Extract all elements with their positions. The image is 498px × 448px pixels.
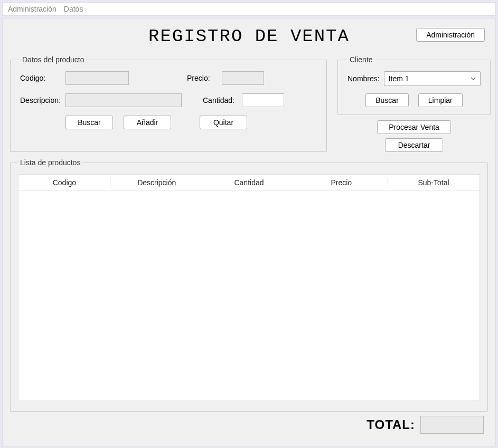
producto-group: Datos del producto Codigo: Precio: Descr…: [10, 55, 327, 152]
cantidad-label: Cantidad:: [203, 96, 239, 104]
administracion-button[interactable]: Administración: [416, 28, 485, 42]
buscar-producto-button[interactable]: Buscar: [65, 116, 113, 129]
lista-legend: Lista de productos: [18, 158, 82, 167]
procesar-venta-button[interactable]: Procesar Venta: [377, 120, 451, 134]
nombres-select[interactable]: Item 1: [384, 71, 481, 86]
cantidad-input[interactable]: [242, 93, 284, 107]
header-row: REGISTRO DE VENTA Administración: [10, 24, 488, 49]
col-precio[interactable]: Precio: [295, 178, 388, 187]
menubar: Administración Datos: [2, 2, 496, 16]
total-row: TOTAL:: [10, 416, 488, 434]
descripcion-label: Descripcion:: [20, 96, 62, 104]
nombres-selected-text: Item 1: [389, 74, 471, 83]
right-actions: Procesar Venta Descartar: [337, 120, 491, 152]
col-cantidad[interactable]: Cantidad: [203, 178, 296, 187]
cliente-group: Cliente Nombres: Item 1 Buscar Limpiar: [337, 55, 491, 115]
anadir-button[interactable]: Añadir: [124, 116, 171, 129]
main-panel: REGISTRO DE VENTA Administración Datos d…: [2, 18, 496, 446]
total-input: [420, 416, 484, 434]
quitar-button[interactable]: Quitar: [200, 116, 247, 129]
col-descripcion[interactable]: Descripción: [111, 178, 203, 187]
precio-label: Precio:: [187, 74, 219, 82]
col-subtotal[interactable]: Sub-Total: [388, 178, 480, 187]
page-title: REGISTRO DE VENTA: [148, 26, 350, 46]
codigo-label: Codigo:: [20, 74, 62, 82]
menu-administracion[interactable]: Administración: [8, 5, 57, 13]
precio-input[interactable]: [222, 71, 264, 85]
table-header: Codigo Descripción Cantidad Precio Sub-T…: [18, 175, 480, 190]
total-label: TOTAL:: [367, 417, 415, 432]
descartar-button[interactable]: Descartar: [385, 138, 443, 152]
col-codigo[interactable]: Codigo: [18, 178, 111, 187]
productos-table: Codigo Descripción Cantidad Precio Sub-T…: [18, 174, 480, 401]
menu-datos[interactable]: Datos: [64, 5, 83, 13]
buscar-cliente-button[interactable]: Buscar: [365, 93, 409, 107]
limpiar-cliente-button[interactable]: Limpiar: [418, 93, 463, 107]
cliente-legend: Cliente: [347, 55, 375, 64]
nombres-label: Nombres:: [347, 74, 380, 83]
producto-legend: Datos del producto: [20, 55, 87, 64]
lista-group: Lista de productos Codigo Descripción Ca…: [10, 158, 488, 412]
descripcion-input[interactable]: [65, 93, 182, 107]
chevron-down-icon: [471, 76, 476, 81]
codigo-input[interactable]: [65, 71, 129, 85]
